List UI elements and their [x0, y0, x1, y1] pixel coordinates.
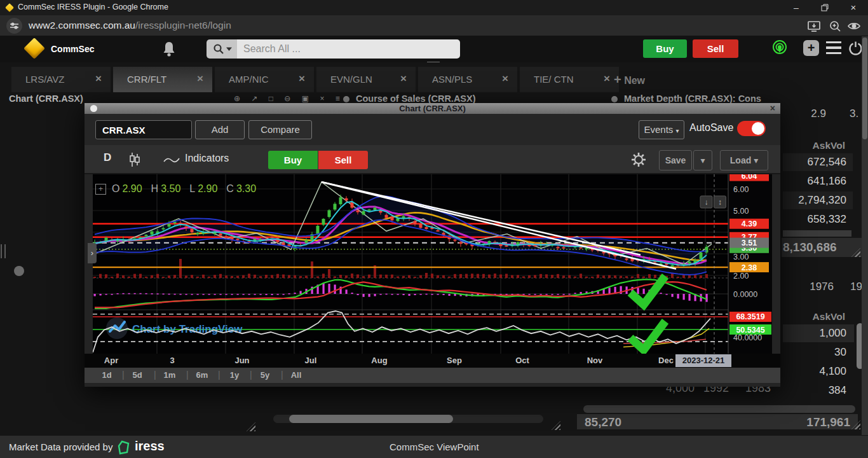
- new-tab-button[interactable]: + New: [614, 73, 645, 87]
- symbol-input[interactable]: [95, 120, 192, 139]
- tab-close-icon[interactable]: ×: [95, 73, 102, 85]
- chart-canvas[interactable]: Chart by TradingView6.005.002.000.000040…: [93, 174, 772, 354]
- chart-dialog: Chart (CRR.ASX) × Add Compare Events ▾ A…: [85, 103, 780, 387]
- axis-month: Dec: [658, 356, 674, 365]
- axis-month: Aug: [371, 356, 387, 365]
- tab-lrs-avz[interactable]: LRS/AVZ×: [11, 67, 111, 92]
- depth-summary-right: 171,961: [806, 415, 850, 429]
- axis-month: Jul: [305, 356, 317, 365]
- buy-button[interactable]: Buy: [643, 39, 687, 58]
- range-6m[interactable]: 6m: [196, 370, 208, 380]
- browser-titlebar: CommSec IRESS Plugin - Google Chrome – ×: [0, 0, 868, 15]
- save-options-button[interactable]: ▾: [693, 150, 712, 170]
- current-date-label: 2023-12-21: [675, 354, 731, 367]
- chart-sell-button[interactable]: Sell: [318, 151, 368, 169]
- site-settings-icon[interactable]: [6, 18, 22, 34]
- range-1m[interactable]: 1m: [164, 370, 176, 380]
- browser-urlbar: www2.commsec.com.au/iressplugin-net6/log…: [0, 15, 868, 36]
- resize-handle[interactable]: [247, 422, 255, 431]
- chart-svg[interactable]: Chart by TradingView6.005.002.000.000040…: [93, 174, 772, 354]
- events-dropdown[interactable]: Events ▾: [639, 120, 684, 139]
- line-style-icon[interactable]: [163, 155, 180, 164]
- tab-close-icon[interactable]: ×: [502, 73, 508, 85]
- axis-month: Apr: [104, 356, 118, 365]
- ask-volume[interactable]: 4,100: [819, 365, 846, 378]
- search-input[interactable]: [237, 39, 460, 59]
- page-scrollbar-thumb[interactable]: [862, 38, 867, 139]
- zoom-icon[interactable]: [827, 18, 843, 34]
- viewpoint-text: CommSec ViewPoint: [390, 441, 479, 452]
- load-button[interactable]: Load ▾: [720, 150, 768, 170]
- range-1y[interactable]: 1y: [230, 370, 239, 380]
- autosave-label: AutoSave: [689, 122, 733, 134]
- pair-tabs: LRS/AVZ× CRR/FLT× AMP/NIC× EVN/GLN× ASN/…: [0, 67, 868, 92]
- ask-volume[interactable]: 672,546: [808, 156, 846, 169]
- ask-volume[interactable]: 1,000: [819, 327, 846, 340]
- low-value: 2.90: [198, 183, 217, 194]
- add-button[interactable]: Add: [195, 120, 245, 139]
- grid-settings-icon[interactable]: +: [95, 184, 106, 195]
- ask-volume[interactable]: 2,794,320: [798, 194, 846, 207]
- dialog-titlebar[interactable]: Chart (CRR.ASX) ×: [85, 103, 780, 114]
- depth-scrollbar-track[interactable]: [583, 405, 855, 413]
- indicators-button[interactable]: Indicators: [185, 153, 229, 164]
- depth-summary-left: 85,270: [585, 415, 621, 429]
- ask-volume[interactable]: 30: [834, 346, 846, 359]
- tab-evn-gln[interactable]: EVN/GLN×: [316, 67, 416, 92]
- ask-volume[interactable]: 658,332: [808, 213, 846, 226]
- ask-volume[interactable]: 384: [829, 384, 846, 397]
- page-scrollbar[interactable]: [862, 36, 868, 435]
- commsec-favicon-icon: [5, 3, 14, 12]
- dialog-close-icon[interactable]: ×: [770, 103, 775, 113]
- range-5y[interactable]: 5y: [261, 370, 269, 380]
- cos-scrollbar-thumb[interactable]: [289, 415, 453, 423]
- tab-close-icon[interactable]: ×: [400, 73, 407, 85]
- chart-panel-toolbar-icons[interactable]: ⊕ ↗ □ ⊖ ▣ × ≡: [234, 94, 344, 103]
- tab-amp-nic[interactable]: AMP/NIC×: [215, 67, 314, 92]
- live-streaming-icon[interactable]: [770, 39, 789, 60]
- ask-volume[interactable]: 641,166: [808, 175, 846, 188]
- range-5d[interactable]: 5d: [132, 370, 142, 380]
- compare-button[interactable]: Compare: [248, 120, 312, 139]
- candlestick-style-icon[interactable]: [129, 152, 140, 167]
- add-widget-icon[interactable]: +: [803, 40, 819, 56]
- iress-brand: iress: [135, 439, 165, 454]
- close-value: 3.30: [236, 183, 256, 194]
- install-app-icon[interactable]: [806, 18, 822, 34]
- tab-close-icon[interactable]: ×: [604, 73, 610, 85]
- tab-crr-flt[interactable]: CRR/FLT×: [113, 67, 212, 92]
- time-axis[interactable]: Apr 3 Jun Jul Aug Sep Oct Nov Dec 2023-1…: [85, 354, 780, 368]
- notifications-bell-icon[interactable]: [161, 40, 177, 58]
- address-url[interactable]: www2.commsec.com.au/iressplugin-net6/log…: [29, 20, 231, 31]
- tab-close-icon[interactable]: ×: [299, 73, 305, 85]
- range-1d[interactable]: 1d: [102, 370, 111, 380]
- tab-close-icon[interactable]: ×: [197, 73, 203, 85]
- sell-button[interactable]: Sell: [693, 39, 738, 58]
- drawing-panel-expander[interactable]: ›: [88, 243, 97, 263]
- autosave-toggle[interactable]: [737, 121, 766, 136]
- settings-gear-icon[interactable]: [630, 151, 648, 169]
- eye-icon[interactable]: [846, 18, 862, 34]
- open-value: 2.90: [122, 183, 142, 194]
- save-button[interactable]: Save: [659, 150, 692, 170]
- workspace: LRS/AVZ× CRR/FLT× AMP/NIC× EVN/GLN× ASN/…: [0, 62, 868, 435]
- cos-scrollbar-track[interactable]: [273, 415, 543, 423]
- minimize-button[interactable]: –: [782, 0, 810, 15]
- tab-tie-ctn[interactable]: TIE/ CTN×: [520, 67, 619, 92]
- depth-mid-value-cut: 19: [850, 281, 862, 293]
- resize-handle[interactable]: [552, 421, 560, 430]
- search-icon: [212, 43, 225, 55]
- close-button[interactable]: ×: [839, 0, 867, 15]
- toggle-knob: [752, 122, 764, 135]
- chart-buy-button[interactable]: Buy: [268, 151, 318, 169]
- app-header: CommSec Buy Sell +: [0, 36, 868, 62]
- depth-totals-partial: 4,000 1992 1983: [610, 387, 801, 397]
- screen: CommSec IRESS Plugin - Google Chrome – ×…: [0, 0, 868, 458]
- restore-button[interactable]: [811, 0, 839, 15]
- tab-asn-pls[interactable]: ASN/PLS×: [418, 67, 517, 92]
- interval-button[interactable]: D: [104, 151, 111, 164]
- splitter-grip[interactable]: [1, 244, 6, 258]
- search-scope-button[interactable]: [207, 39, 237, 59]
- menu-hamburger-icon[interactable]: [826, 41, 841, 54]
- range-all[interactable]: All: [291, 370, 302, 380]
